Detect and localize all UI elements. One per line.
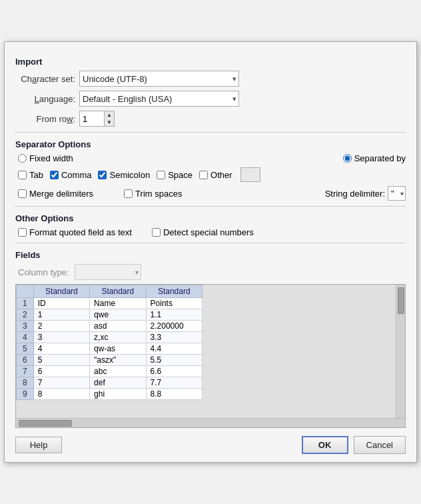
format-quoted-label: Format quoted field as text [29, 227, 132, 237]
table-row[interactable]: 65"aszx"5.5 [17, 355, 203, 366]
row-col2: "aszx" [90, 355, 146, 366]
row-number-cell: 3 [17, 321, 34, 332]
row-col2: abc [90, 366, 146, 377]
table-row[interactable]: 1IDNamePoints [17, 298, 203, 309]
fromrow-row: From row: 1 ▲ ▼ [15, 111, 406, 127]
table-row[interactable]: 43z,xc3.3 [17, 332, 203, 343]
row-number-cell: 8 [17, 377, 34, 389]
separated-by-option[interactable]: Separated by [343, 153, 406, 163]
separator-type-row: Fixed width Separated by [18, 153, 406, 163]
h-scrollbar-thumb[interactable] [19, 420, 72, 427]
fromrow-spin-up[interactable]: ▲ [105, 111, 114, 119]
row-col3: 5.5 [146, 355, 202, 366]
col-type-select[interactable]: Standard Text Number [75, 264, 141, 280]
row-number-cell: 9 [17, 389, 34, 400]
string-delimiter-group: String delimiter: " ' [325, 186, 406, 201]
space-checkbox[interactable] [157, 171, 165, 179]
row-col3: 6.6 [146, 366, 202, 377]
trim-spaces-checkbox[interactable] [124, 189, 133, 198]
string-delimiter-label: String delimiter: [325, 189, 385, 199]
fromrow-spin-down[interactable]: ▼ [105, 119, 114, 126]
format-quoted-option[interactable]: Format quoted field as text [18, 227, 132, 237]
charset-row: Character set: Unicode (UTF-8) [15, 71, 406, 87]
table-row[interactable]: 87def7.7 [17, 377, 203, 389]
table-row[interactable]: 76abc6.6 [17, 366, 203, 377]
import-section-title: Import [15, 57, 406, 67]
other-checkbox[interactable] [199, 171, 208, 179]
comma-checkbox[interactable] [50, 171, 59, 179]
other-char-input[interactable] [240, 167, 260, 182]
fromrow-spinner: 1 ▲ ▼ [79, 111, 115, 127]
other-label: Other [210, 170, 232, 180]
vertical-scrollbar[interactable] [396, 285, 405, 418]
merge-delimiters-option[interactable]: Merge delimiters [18, 189, 93, 199]
row-col3: 1.1 [146, 309, 202, 321]
col-type-select-wrapper: Standard Text Number [75, 264, 141, 280]
row-number-cell: 1 [17, 298, 34, 309]
comma-option[interactable]: Comma [50, 170, 92, 180]
merge-delimiters-label: Merge delimiters [29, 189, 93, 199]
row-col2: qwe [90, 309, 146, 321]
detect-numbers-checkbox[interactable] [152, 228, 161, 237]
language-row: Language: Default - English (USA) [15, 91, 406, 107]
horizontal-scrollbar[interactable] [16, 418, 405, 427]
cancel-button[interactable]: Cancel [354, 436, 406, 454]
scrollbar-thumb[interactable] [398, 287, 404, 314]
row-col3: Points [146, 298, 202, 309]
charset-select-wrapper: Unicode (UTF-8) [79, 71, 239, 87]
semicolon-option[interactable]: Semicolon [98, 170, 150, 180]
table-row[interactable]: 21qwe1.1 [17, 309, 203, 321]
delim-select-wrapper: " ' [388, 186, 406, 201]
language-label: Language: [15, 94, 75, 104]
language-select[interactable]: Default - English (USA) [79, 91, 239, 107]
row-col1: 2 [33, 321, 89, 332]
row-col1: 1 [33, 309, 89, 321]
delimiter-select[interactable]: " ' [388, 186, 406, 201]
row-col2: asd [90, 321, 146, 332]
row-col1: 6 [33, 366, 89, 377]
separator-section-title: Separator Options [15, 139, 406, 149]
table-row[interactable]: 32asd2.200000 [17, 321, 203, 332]
row-col1: 4 [33, 343, 89, 355]
row-col2: ghi [90, 389, 146, 400]
table-row[interactable]: 54qw-as4.4 [17, 343, 203, 355]
row-col3: 8.8 [146, 389, 202, 400]
separated-by-radio[interactable] [343, 154, 352, 163]
fixed-width-option[interactable]: Fixed width [18, 153, 73, 163]
space-option[interactable]: Space [157, 170, 193, 180]
help-button[interactable]: Help [15, 437, 62, 453]
table-scroll-area[interactable]: Standard Standard Standard 1IDNamePoints… [16, 285, 396, 418]
row-col2: z,xc [90, 332, 146, 343]
space-label: Space [168, 170, 193, 180]
table-row[interactable]: 98ghi8.8 [17, 389, 203, 400]
semicolon-checkbox[interactable] [98, 171, 107, 179]
fromrow-input[interactable]: 1 [80, 111, 104, 126]
import-dialog: Import Character set: Unicode (UTF-8) La… [4, 41, 417, 463]
row-col2: def [90, 377, 146, 389]
other-options-row: Format quoted field as text Detect speci… [15, 227, 406, 237]
semicolon-label: Semicolon [109, 170, 150, 180]
detect-numbers-label: Detect special numbers [163, 227, 254, 237]
trim-spaces-option[interactable]: Trim spaces [124, 189, 182, 199]
header-col1[interactable]: Standard [33, 285, 89, 298]
charset-select[interactable]: Unicode (UTF-8) [79, 71, 239, 87]
tab-label: Tab [29, 170, 43, 180]
row-col1: 5 [33, 355, 89, 366]
row-col3: 3.3 [146, 332, 202, 343]
header-col2[interactable]: Standard [90, 285, 146, 298]
table-and-scrollbar: Standard Standard Standard 1IDNamePoints… [16, 285, 405, 418]
row-number-cell: 2 [17, 309, 34, 321]
preview-table-outer: Standard Standard Standard 1IDNamePoints… [15, 284, 406, 428]
detect-numbers-option[interactable]: Detect special numbers [152, 227, 254, 237]
ok-button[interactable]: OK [302, 436, 348, 454]
table-header-row: Standard Standard Standard [17, 285, 203, 298]
tab-checkbox[interactable] [18, 171, 27, 179]
format-quoted-checkbox[interactable] [18, 228, 27, 237]
tab-option[interactable]: Tab [18, 170, 43, 180]
comma-label: Comma [61, 170, 92, 180]
fixed-width-radio[interactable] [18, 154, 27, 163]
other-option[interactable]: Other [199, 170, 232, 180]
merge-delimiters-checkbox[interactable] [18, 189, 27, 198]
header-col3[interactable]: Standard [146, 285, 202, 298]
separator-chars-row: Tab Comma Semicolon Space Other [18, 167, 406, 182]
